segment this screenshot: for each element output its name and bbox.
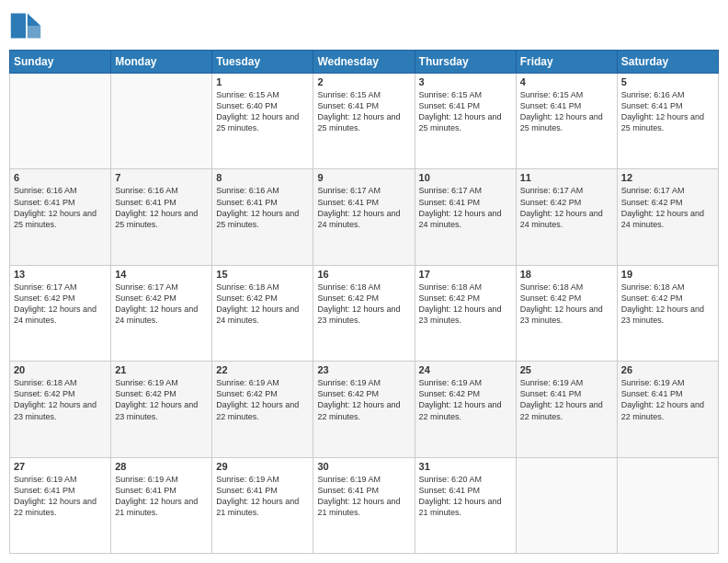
- day-info: Sunrise: 6:16 AM Sunset: 6:41 PM Dayligh…: [621, 89, 714, 134]
- day-info: Sunrise: 6:15 AM Sunset: 6:41 PM Dayligh…: [317, 89, 410, 134]
- calendar-cell: [111, 74, 212, 169]
- day-info: Sunrise: 6:15 AM Sunset: 6:41 PM Dayligh…: [419, 89, 512, 134]
- calendar-cell: 4Sunrise: 6:15 AM Sunset: 6:41 PM Daylig…: [516, 74, 617, 169]
- logo: [9, 9, 44, 42]
- day-info: Sunrise: 6:16 AM Sunset: 6:41 PM Dayligh…: [216, 185, 309, 230]
- day-number: 5: [621, 76, 714, 87]
- calendar-cell: [10, 74, 111, 169]
- day-of-week-header: Friday: [516, 51, 617, 74]
- day-info: Sunrise: 6:18 AM Sunset: 6:42 PM Dayligh…: [317, 282, 410, 327]
- calendar-cell: [617, 457, 718, 553]
- calendar-week-row: 6Sunrise: 6:16 AM Sunset: 6:41 PM Daylig…: [10, 169, 719, 265]
- calendar-cell: 27Sunrise: 6:19 AM Sunset: 6:41 PM Dayli…: [10, 457, 111, 553]
- day-number: 1: [216, 76, 309, 87]
- calendar-cell: 10Sunrise: 6:17 AM Sunset: 6:41 PM Dayli…: [415, 169, 516, 265]
- day-info: Sunrise: 6:19 AM Sunset: 6:41 PM Dayligh…: [216, 474, 309, 519]
- day-info: Sunrise: 6:19 AM Sunset: 6:41 PM Dayligh…: [621, 377, 714, 422]
- day-info: Sunrise: 6:18 AM Sunset: 6:42 PM Dayligh…: [216, 282, 309, 327]
- calendar-cell: 17Sunrise: 6:18 AM Sunset: 6:42 PM Dayli…: [415, 265, 516, 361]
- day-info: Sunrise: 6:19 AM Sunset: 6:42 PM Dayligh…: [317, 377, 410, 422]
- day-info: Sunrise: 6:18 AM Sunset: 6:42 PM Dayligh…: [419, 282, 512, 327]
- day-info: Sunrise: 6:17 AM Sunset: 6:42 PM Dayligh…: [520, 185, 613, 230]
- day-number: 27: [14, 461, 107, 472]
- calendar-cell: 14Sunrise: 6:17 AM Sunset: 6:42 PM Dayli…: [111, 265, 212, 361]
- calendar-cell: 9Sunrise: 6:17 AM Sunset: 6:41 PM Daylig…: [313, 169, 415, 265]
- calendar-cell: 7Sunrise: 6:16 AM Sunset: 6:41 PM Daylig…: [111, 169, 212, 265]
- day-number: 14: [115, 269, 208, 280]
- day-number: 9: [317, 172, 410, 183]
- calendar-cell: 12Sunrise: 6:17 AM Sunset: 6:42 PM Dayli…: [617, 169, 718, 265]
- calendar-cell: 31Sunrise: 6:20 AM Sunset: 6:41 PM Dayli…: [415, 457, 516, 553]
- calendar-cell: 26Sunrise: 6:19 AM Sunset: 6:41 PM Dayli…: [617, 362, 718, 457]
- calendar-cell: 23Sunrise: 6:19 AM Sunset: 6:42 PM Dayli…: [313, 362, 415, 457]
- day-info: Sunrise: 6:19 AM Sunset: 6:42 PM Dayligh…: [216, 377, 309, 422]
- day-info: Sunrise: 6:19 AM Sunset: 6:42 PM Dayligh…: [115, 377, 208, 422]
- calendar-cell: 5Sunrise: 6:16 AM Sunset: 6:41 PM Daylig…: [617, 74, 718, 169]
- day-number: 12: [621, 172, 714, 183]
- day-number: 19: [621, 269, 714, 280]
- day-number: 21: [115, 364, 208, 375]
- calendar-cell: 3Sunrise: 6:15 AM Sunset: 6:41 PM Daylig…: [415, 74, 516, 169]
- day-number: 23: [317, 364, 410, 375]
- calendar-cell: 28Sunrise: 6:19 AM Sunset: 6:41 PM Dayli…: [111, 457, 212, 553]
- day-info: Sunrise: 6:16 AM Sunset: 6:41 PM Dayligh…: [14, 185, 107, 230]
- day-info: Sunrise: 6:17 AM Sunset: 6:41 PM Dayligh…: [317, 185, 410, 230]
- calendar-cell: 1Sunrise: 6:15 AM Sunset: 6:40 PM Daylig…: [212, 74, 313, 169]
- day-info: Sunrise: 6:19 AM Sunset: 6:41 PM Dayligh…: [520, 377, 613, 422]
- day-info: Sunrise: 6:18 AM Sunset: 6:42 PM Dayligh…: [14, 377, 107, 422]
- day-number: 20: [14, 364, 107, 375]
- day-number: 18: [520, 269, 613, 280]
- day-info: Sunrise: 6:16 AM Sunset: 6:41 PM Dayligh…: [115, 185, 208, 230]
- calendar-cell: 11Sunrise: 6:17 AM Sunset: 6:42 PM Dayli…: [516, 169, 617, 265]
- day-info: Sunrise: 6:17 AM Sunset: 6:42 PM Dayligh…: [115, 282, 208, 327]
- calendar-table: SundayMondayTuesdayWednesdayThursdayFrid…: [9, 50, 719, 554]
- day-number: 3: [419, 76, 512, 87]
- calendar-cell: 25Sunrise: 6:19 AM Sunset: 6:41 PM Dayli…: [516, 362, 617, 457]
- logo-icon: [9, 9, 42, 42]
- calendar-week-row: 27Sunrise: 6:19 AM Sunset: 6:41 PM Dayli…: [10, 457, 719, 553]
- calendar-week-row: 20Sunrise: 6:18 AM Sunset: 6:42 PM Dayli…: [10, 362, 719, 457]
- calendar-cell: [516, 457, 617, 553]
- day-info: Sunrise: 6:20 AM Sunset: 6:41 PM Dayligh…: [419, 474, 512, 519]
- day-info: Sunrise: 6:17 AM Sunset: 6:42 PM Dayligh…: [14, 282, 107, 327]
- day-number: 26: [621, 364, 714, 375]
- calendar-week-row: 1Sunrise: 6:15 AM Sunset: 6:40 PM Daylig…: [10, 74, 719, 169]
- calendar-cell: 30Sunrise: 6:19 AM Sunset: 6:41 PM Dayli…: [313, 457, 415, 553]
- calendar-week-row: 13Sunrise: 6:17 AM Sunset: 6:42 PM Dayli…: [10, 265, 719, 361]
- day-number: 28: [115, 461, 208, 472]
- day-number: 10: [419, 172, 512, 183]
- day-info: Sunrise: 6:19 AM Sunset: 6:41 PM Dayligh…: [317, 474, 410, 519]
- calendar-cell: 22Sunrise: 6:19 AM Sunset: 6:42 PM Dayli…: [212, 362, 313, 457]
- day-number: 2: [317, 76, 410, 87]
- day-of-week-header: Sunday: [10, 51, 111, 74]
- day-number: 17: [419, 269, 512, 280]
- svg-marker-0: [28, 14, 40, 27]
- calendar-cell: 21Sunrise: 6:19 AM Sunset: 6:42 PM Dayli…: [111, 362, 212, 457]
- day-info: Sunrise: 6:19 AM Sunset: 6:41 PM Dayligh…: [14, 474, 107, 519]
- calendar-cell: 6Sunrise: 6:16 AM Sunset: 6:41 PM Daylig…: [10, 169, 111, 265]
- calendar-cell: 16Sunrise: 6:18 AM Sunset: 6:42 PM Dayli…: [313, 265, 415, 361]
- day-number: 15: [216, 269, 309, 280]
- day-number: 24: [419, 364, 512, 375]
- svg-marker-1: [28, 26, 40, 39]
- day-number: 4: [520, 76, 613, 87]
- page: SundayMondayTuesdayWednesdayThursdayFrid…: [0, 0, 728, 563]
- day-of-week-header: Saturday: [617, 51, 718, 74]
- day-number: 8: [216, 172, 309, 183]
- day-of-week-header: Wednesday: [313, 51, 415, 74]
- calendar-cell: 19Sunrise: 6:18 AM Sunset: 6:42 PM Dayli…: [617, 265, 718, 361]
- day-number: 31: [419, 461, 512, 472]
- day-info: Sunrise: 6:17 AM Sunset: 6:41 PM Dayligh…: [419, 185, 512, 230]
- day-info: Sunrise: 6:18 AM Sunset: 6:42 PM Dayligh…: [621, 282, 714, 327]
- day-number: 11: [520, 172, 613, 183]
- svg-rect-2: [11, 14, 26, 39]
- day-info: Sunrise: 6:15 AM Sunset: 6:40 PM Dayligh…: [216, 89, 309, 134]
- calendar-cell: 15Sunrise: 6:18 AM Sunset: 6:42 PM Dayli…: [212, 265, 313, 361]
- calendar-header-row: SundayMondayTuesdayWednesdayThursdayFrid…: [10, 51, 719, 74]
- day-number: 29: [216, 461, 309, 472]
- day-number: 7: [115, 172, 208, 183]
- day-info: Sunrise: 6:18 AM Sunset: 6:42 PM Dayligh…: [520, 282, 613, 327]
- calendar-cell: 2Sunrise: 6:15 AM Sunset: 6:41 PM Daylig…: [313, 74, 415, 169]
- calendar-cell: 24Sunrise: 6:19 AM Sunset: 6:42 PM Dayli…: [415, 362, 516, 457]
- day-info: Sunrise: 6:17 AM Sunset: 6:42 PM Dayligh…: [621, 185, 714, 230]
